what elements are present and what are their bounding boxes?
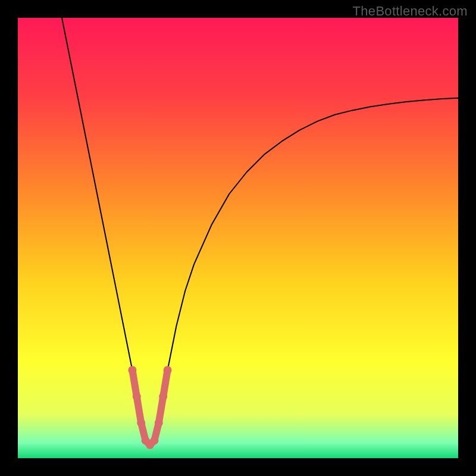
- valley-highlight-dot: [133, 392, 141, 400]
- valley-highlight-dot: [164, 366, 172, 374]
- gradient-background: [18, 18, 458, 458]
- plot-area: [18, 18, 458, 458]
- valley-highlight-dot: [137, 419, 145, 427]
- chart-svg: [18, 18, 458, 458]
- valley-highlight-dot: [150, 436, 158, 444]
- valley-highlight-dot: [159, 392, 167, 400]
- watermark-text: TheBottleneck.com: [353, 4, 468, 19]
- valley-highlight-dot: [155, 419, 163, 427]
- chart-frame: TheBottleneck.com: [0, 0, 476, 476]
- valley-highlight-dot: [128, 366, 136, 374]
